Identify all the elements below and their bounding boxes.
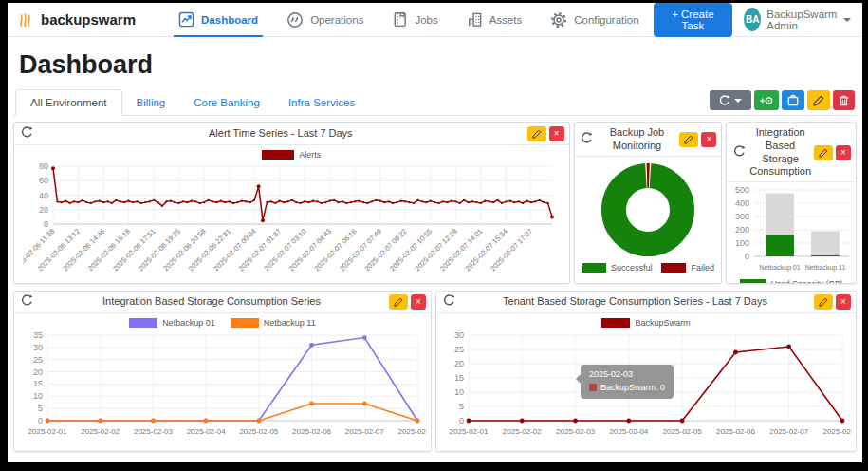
trash-icon: [839, 95, 849, 106]
chat-quote-icon: [286, 11, 304, 28]
panel-title: Integration Based Storage Consumption: [747, 126, 814, 179]
nav-item-operations[interactable]: Operations: [272, 3, 378, 37]
tab-billing[interactable]: Billing: [122, 90, 180, 115]
svg-text:500: 500: [735, 185, 749, 195]
panel-body: Alerts 0204060802025-02-06 11:382025-02-…: [14, 145, 569, 283]
panel-refresh-button[interactable]: [19, 294, 34, 310]
legend-item[interactable]: Used Capacity (GB): [740, 279, 843, 284]
legend-swatch: [231, 318, 259, 328]
close-icon: ×: [706, 135, 711, 144]
legend-label: Alerts: [299, 150, 321, 160]
panel-header: Backup Job Monitoring ×: [575, 123, 722, 157]
integration-storage-bar-chart: 0100200300400500Netbackup 01Netbackup 11: [729, 184, 853, 277]
legend-swatch: [601, 318, 630, 328]
svg-text:0: 0: [44, 219, 48, 229]
svg-text:35: 35: [32, 330, 42, 340]
svg-text:40: 40: [39, 191, 48, 200]
buildings-icon: [467, 11, 483, 28]
journal-icon: [392, 11, 408, 28]
delete-button[interactable]: [833, 90, 855, 110]
panel-close-button[interactable]: ×: [836, 145, 851, 160]
legend-item[interactable]: Netbackup 11: [231, 318, 316, 328]
legend-item[interactable]: Successful: [582, 263, 653, 273]
refresh-dropdown-button[interactable]: [710, 90, 751, 110]
user-avatar[interactable]: BA: [744, 8, 761, 31]
svg-text:2025-02-01: 2025-02-01: [28, 427, 66, 436]
svg-text:20: 20: [32, 367, 42, 377]
svg-text:2025-02-01: 2025-02-01: [450, 427, 489, 436]
nav-label: Dashboard: [201, 14, 258, 26]
close-icon: ×: [554, 129, 560, 139]
nav-item-dashboard[interactable]: Dashboard: [164, 3, 272, 37]
backup-job-donut-chart: [578, 159, 718, 261]
legend-label: Used Capacity (GB): [771, 279, 843, 284]
refresh-icon: [581, 132, 593, 144]
chevron-down-icon: [734, 99, 742, 103]
panel-refresh-button[interactable]: [580, 132, 595, 147]
legend-swatch: [740, 279, 766, 284]
top-navbar: backupswarm Dashboard Operations: [8, 3, 862, 37]
tab-all-environment[interactable]: All Environment: [15, 89, 122, 116]
legend-item[interactable]: Failed: [661, 263, 714, 273]
panel-close-button[interactable]: ×: [411, 294, 426, 310]
svg-text:5: 5: [37, 404, 42, 413]
app-window: backupswarm Dashboard Operations: [8, 3, 862, 462]
svg-text:2025-02-03: 2025-02-03: [556, 427, 595, 436]
refresh-icon: [21, 294, 33, 307]
panel-refresh-button[interactable]: [19, 126, 34, 141]
nav-label: Assets: [489, 14, 523, 26]
chevron-down-icon: [843, 18, 851, 22]
panel-body: 0100200300400500Netbackup 01Netbackup 11…: [727, 182, 856, 284]
panel-integration-storage: Integration Based Storage Consumption × …: [726, 122, 857, 284]
panel-edit-button[interactable]: [814, 145, 833, 160]
plus-circle-icon: [760, 95, 773, 106]
brand-logo[interactable]: backupswarm: [17, 10, 136, 29]
panel-close-button[interactable]: ×: [836, 294, 851, 310]
svg-text:25: 25: [454, 345, 464, 354]
refresh-icon: [443, 294, 455, 307]
panel-tenant-storage-series: Tenant Based Storage Consumption Series …: [435, 291, 857, 452]
panel-title: Backup Job Monitoring: [595, 126, 680, 153]
archive-button[interactable]: [782, 90, 804, 110]
panel-close-button[interactable]: ×: [549, 126, 564, 141]
svg-text:2025-02-03: 2025-02-03: [133, 427, 172, 436]
panel-refresh-button[interactable]: [731, 145, 747, 160]
legend-swatch: [262, 150, 294, 160]
line-chart-icon: [178, 11, 194, 28]
panel-edit-button[interactable]: [679, 132, 698, 147]
nav-label: Configuration: [574, 14, 638, 26]
pencil-icon: [819, 148, 828, 158]
nav-item-assets[interactable]: Assets: [452, 3, 537, 37]
nav-item-configuration[interactable]: Configuration: [536, 3, 653, 37]
nav-item-jobs[interactable]: Jobs: [378, 3, 452, 37]
svg-text:15: 15: [454, 373, 464, 383]
tab-infra-services[interactable]: Infra Services: [274, 90, 369, 115]
panel-close-button[interactable]: ×: [701, 132, 716, 147]
legend-swatch: [129, 318, 157, 328]
chart-legend: SuccessfulFailed: [582, 261, 714, 275]
pencil-icon: [684, 135, 693, 144]
edit-button[interactable]: [807, 90, 830, 110]
box-icon: [787, 94, 799, 106]
svg-text:2025-02-07: 2025-02-07: [769, 427, 808, 436]
legend-item[interactable]: BackupSwarm: [601, 318, 690, 328]
svg-text:2025-02-07: 2025-02-07: [344, 427, 383, 436]
legend-item[interactable]: Netbackup 01: [129, 318, 215, 328]
panel-edit-button[interactable]: [527, 126, 546, 141]
add-widget-button[interactable]: [754, 90, 779, 110]
panel-edit-button[interactable]: [389, 294, 408, 310]
create-task-button[interactable]: + Create Task: [654, 3, 733, 37]
tab-core-banking[interactable]: Core Banking: [179, 90, 274, 115]
svg-text:10: 10: [454, 387, 464, 397]
svg-text:2025-02-06: 2025-02-06: [292, 427, 331, 436]
user-menu[interactable]: BackupSwarm Admin: [766, 9, 851, 31]
panel-refresh-button[interactable]: [441, 294, 456, 310]
svg-text:300: 300: [735, 212, 749, 221]
svg-text:25: 25: [32, 355, 42, 365]
integration-storage-series-chart: 051015202530352025-02-012025-02-022025-0…: [19, 330, 427, 445]
panel-body: BackupSwarm 0510152025302025-02-012025-0…: [436, 313, 856, 451]
panel-title: Alert Time Series - Last 7 Days: [34, 127, 527, 141]
legend-item[interactable]: Alerts: [262, 150, 321, 160]
panel-edit-button[interactable]: [814, 294, 833, 310]
close-icon: ×: [416, 297, 421, 307]
